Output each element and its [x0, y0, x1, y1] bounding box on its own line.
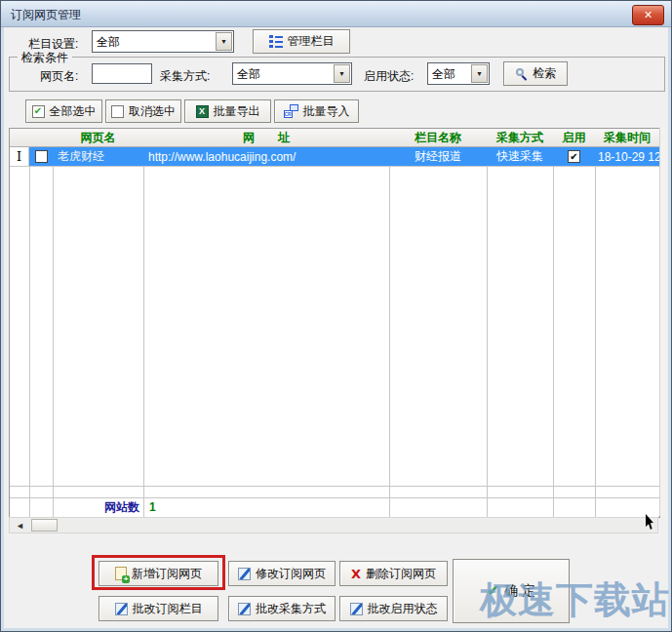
close-icon: ✕: [644, 9, 652, 21]
row-indicator-ibeam-icon: I: [10, 147, 29, 166]
select-all-label: 全部选中: [50, 103, 97, 120]
table-row[interactable]: I 老虎财经 http://www.laohucaijing.com/ 财经报道…: [10, 147, 659, 166]
table-header-row: 网页名 网 址 栏目名称 采集方式 启用 采集时间: [10, 129, 659, 147]
confirm-label: 确 定: [504, 582, 535, 600]
batch-import-button[interactable]: CR 批量导入: [274, 99, 359, 123]
collect-method-value: 全部: [237, 66, 260, 83]
cell-enabled[interactable]: ✔: [553, 147, 595, 166]
title-bar: 订阅网页管理 ✕: [1, 1, 671, 27]
edit-icon: [115, 603, 128, 615]
collect-method-label: 采集方式:: [160, 68, 210, 85]
chevron-down-icon[interactable]: ▼: [334, 64, 350, 83]
grid-rowline: [10, 486, 659, 487]
column-setting-value: 全部: [97, 34, 120, 51]
manage-columns-label: 管理栏目: [288, 33, 335, 50]
confirm-check-icon: ✔: [487, 583, 499, 599]
unchecked-checkbox-icon: [111, 105, 124, 118]
chevron-down-icon[interactable]: ▼: [471, 64, 488, 83]
scrollbar-thumb[interactable]: [31, 519, 58, 532]
add-subscription-button[interactable]: + 新增订阅网页: [99, 561, 218, 586]
deselect-all-button[interactable]: 取消选中: [105, 99, 181, 123]
header-url[interactable]: 网 址: [143, 129, 389, 147]
edit-icon: [238, 603, 251, 615]
confirm-button[interactable]: ✔ 确 定: [453, 559, 570, 623]
batch-edit-category-label: 批改订阅栏目: [133, 601, 203, 617]
new-page-icon: +: [115, 567, 127, 580]
search-button[interactable]: 检索: [503, 61, 568, 86]
delete-x-icon: X: [351, 567, 361, 581]
delete-subscription-label: 删除订阅网页: [366, 566, 436, 582]
page-name-label: 网页名:: [40, 68, 78, 85]
close-button[interactable]: ✕: [632, 5, 664, 25]
cell-method[interactable]: 快速采集: [487, 147, 553, 166]
subscription-page-manager-window: 订阅网页管理 ✕ 栏目设置: 全部 ▼ 管理栏目 检索条件 网页名: 采集方式:…: [0, 0, 672, 632]
edit-icon: [350, 603, 363, 615]
grid-rowline: [10, 166, 659, 167]
edit-icon: [238, 568, 251, 580]
add-subscription-label: 新增订阅网页: [132, 566, 202, 582]
batch-edit-category-button[interactable]: 批改订阅栏目: [99, 596, 218, 621]
modify-subscription-button[interactable]: 修改订阅网页: [228, 561, 336, 586]
header-enabled[interactable]: 启用: [553, 129, 595, 147]
batch-import-label: 批量导入: [303, 103, 350, 120]
checked-checkbox-icon: ✔: [32, 105, 45, 118]
import-icon: CR: [284, 104, 298, 118]
excel-icon: X: [196, 105, 209, 118]
header-method[interactable]: 采集方式: [487, 129, 553, 147]
enable-status-label: 启用状态:: [364, 68, 414, 85]
list-icon: [269, 35, 283, 48]
site-count-label: 网站数: [53, 497, 143, 517]
cell-category[interactable]: 财经报道: [389, 147, 487, 166]
modify-subscription-label: 修改订阅网页: [256, 566, 326, 582]
row-unchecked-checkbox-icon[interactable]: [35, 150, 48, 163]
header-time[interactable]: 采集时间: [595, 129, 659, 147]
header-category[interactable]: 栏目名称: [389, 129, 487, 147]
batch-edit-status-label: 批改启用状态: [368, 601, 438, 617]
deselect-all-label: 取消选中: [129, 103, 176, 120]
window-title: 订阅网页管理: [11, 7, 81, 23]
delete-subscription-button[interactable]: X 删除订阅网页: [339, 561, 448, 586]
cell-url[interactable]: http://www.laohucaijing.com/: [143, 147, 389, 166]
row-select-cell[interactable]: [29, 147, 53, 166]
vertical-scrollbar[interactable]: [659, 128, 666, 516]
cell-name[interactable]: 老虎财经: [53, 147, 143, 166]
grid-colline: [10, 129, 596, 517]
search-group-label: 检索条件: [18, 50, 72, 66]
batch-edit-method-button[interactable]: 批改采集方式: [228, 596, 336, 621]
page-name-input[interactable]: [92, 63, 152, 84]
batch-export-button[interactable]: X 批量导出: [184, 99, 271, 123]
collect-method-select[interactable]: 全部 ▼: [232, 62, 352, 85]
header-name[interactable]: 网页名: [53, 129, 143, 147]
batch-export-label: 批量导出: [214, 103, 260, 120]
batch-edit-method-label: 批改采集方式: [256, 601, 326, 617]
enabled-checked-checkbox-icon[interactable]: ✔: [568, 150, 580, 163]
webpage-table: 网页名 网 址 栏目名称 采集方式 启用 采集时间 I 老虎财经 http://…: [9, 128, 660, 518]
chevron-down-icon[interactable]: ▼: [216, 32, 232, 51]
scroll-left-arrow-icon[interactable]: ◄: [16, 521, 24, 531]
select-all-button[interactable]: ✔ 全部选中: [25, 99, 102, 123]
enable-status-value: 全部: [432, 66, 455, 83]
batch-edit-status-button[interactable]: 批改启用状态: [339, 596, 448, 621]
search-icon: [515, 67, 529, 81]
enable-status-select[interactable]: 全部 ▼: [427, 62, 490, 85]
manage-columns-button[interactable]: 管理栏目: [253, 29, 350, 54]
search-button-label: 检索: [534, 65, 557, 82]
horizontal-scrollbar[interactable]: ◄: [9, 517, 658, 533]
column-setting-select[interactable]: 全部 ▼: [92, 30, 234, 53]
site-count-value: 1: [143, 497, 389, 517]
cell-time[interactable]: 18-10-29 12:0: [595, 147, 659, 166]
